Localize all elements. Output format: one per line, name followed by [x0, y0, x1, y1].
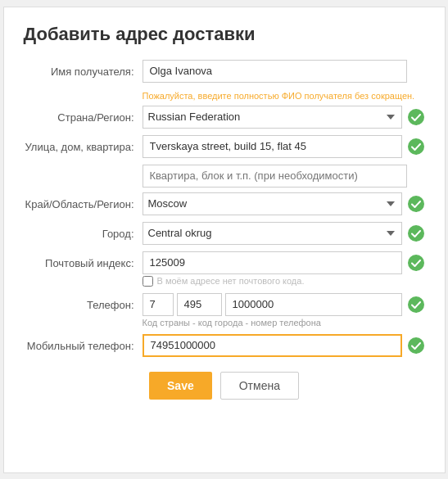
svg-point-2 [408, 196, 424, 212]
phone-country-code-input[interactable] [143, 293, 174, 316]
recipient-input[interactable] [143, 60, 407, 83]
page-title: Добавить адрес доставки [24, 24, 425, 45]
postal-label: Почтовый индекс: [24, 251, 143, 271]
save-button[interactable]: Save [149, 372, 212, 400]
svg-point-1 [408, 138, 424, 155]
region-check-icon [407, 195, 425, 213]
recipient-row: Имя получателя: [24, 60, 425, 83]
street-input[interactable] [143, 135, 402, 158]
city-select[interactable]: Central okrug [143, 222, 402, 245]
city-check-icon [407, 224, 425, 242]
city-label: Город: [24, 222, 143, 242]
region-row: Край/Область/Регион: Moscow [24, 192, 425, 215]
country-field: Russian Federation [143, 106, 425, 129]
recipient-hint-row: Пожалуйста, введите полностью ФИО получа… [24, 89, 425, 101]
street-row: Улица, дом, квартира: [24, 135, 425, 158]
postal-row: Почтовый индекс: В моём адресе нет почто… [24, 251, 425, 287]
phone-hint: Код страны - код города - номер телефона [143, 318, 425, 328]
svg-point-0 [408, 109, 424, 125]
no-postal-checkbox[interactable] [143, 276, 153, 287]
country-select[interactable]: Russian Federation [143, 106, 402, 129]
city-row: Город: Central okrug [24, 222, 425, 245]
svg-point-5 [408, 296, 424, 313]
region-label: Край/Область/Регион: [24, 192, 143, 212]
street2-row [24, 165, 425, 188]
region-select[interactable]: Moscow [143, 192, 402, 215]
recipient-hint: Пожалуйста, введите полностью ФИО получа… [143, 91, 425, 101]
street2-input[interactable] [143, 165, 407, 188]
phone-check-icon [407, 296, 425, 314]
recipient-label: Имя получателя: [24, 60, 143, 79]
phone-row: Телефон: Код страны - код города - номер… [24, 293, 425, 328]
mobile-label: Мобильный телефон: [24, 334, 143, 354]
svg-point-4 [408, 255, 424, 271]
phone-label: Телефон: [24, 293, 143, 313]
country-label: Страна/Регион: [24, 106, 143, 125]
mobile-field [143, 334, 425, 357]
street-label: Улица, дом, квартира: [24, 135, 143, 155]
street-check-icon [407, 138, 425, 156]
no-postal-label: В моём адресе нет почтового кода. [157, 276, 305, 286]
cancel-button[interactable]: Отмена [220, 372, 299, 400]
country-check-icon [407, 108, 425, 126]
form-container: Добавить адрес доставки Имя получателя: … [3, 7, 446, 473]
phone-group [143, 293, 402, 316]
country-row: Страна/Регион: Russian Federation [24, 106, 425, 129]
mobile-check-icon [407, 337, 425, 355]
button-row: Save Отмена [24, 372, 425, 400]
recipient-field [143, 60, 425, 83]
phone-field: Код страны - код города - номер телефона [143, 293, 425, 328]
region-field: Moscow [143, 192, 425, 215]
mobile-input[interactable] [143, 334, 402, 357]
svg-point-6 [408, 337, 424, 354]
mobile-row: Мобильный телефон: [24, 334, 425, 357]
street-field [143, 135, 425, 158]
svg-point-3 [408, 225, 424, 242]
postal-check-icon [407, 254, 425, 272]
postal-input[interactable] [143, 251, 402, 274]
phone-number-input[interactable] [225, 293, 402, 316]
city-field: Central okrug [143, 222, 425, 245]
postal-field: В моём адресе нет почтового кода. [143, 251, 425, 287]
phone-area-code-input[interactable] [177, 293, 222, 316]
